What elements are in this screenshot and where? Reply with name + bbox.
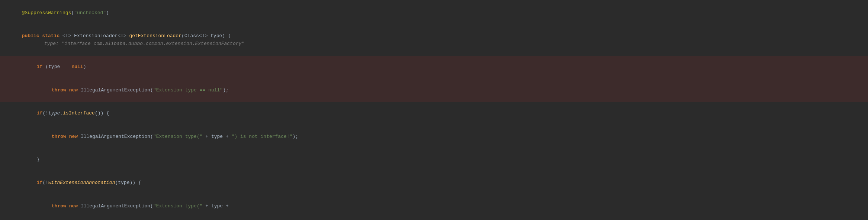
line-10: ") is not extension, because WITHOUT @" … (0, 218, 868, 220)
line-2: public static <T> ExtensionLoader<T> get… (0, 25, 868, 55)
line-4: throw new IllegalArgumentException("Exte… (0, 79, 868, 102)
line-7: } (0, 148, 868, 171)
annotation-value: "unchecked" (74, 10, 106, 16)
line-3: if (type == null) (0, 56, 868, 79)
line-9: throw new IllegalArgumentException("Exte… (0, 195, 868, 218)
line-6: throw new IllegalArgumentException("Exte… (0, 125, 868, 148)
line-8: if(!withExtensionAnnotation(type)) { (0, 172, 868, 195)
method-sig-hint: type: "interface com.alibaba.dubbo.commo… (44, 41, 244, 46)
annotation-suppress: @SuppressWarnings (22, 10, 71, 16)
line-1: @SuppressWarnings("unchecked") (0, 1, 868, 25)
line-5: if(!type.isInterface()) { (0, 102, 868, 125)
code-editor: @SuppressWarnings("unchecked") public st… (0, 0, 868, 220)
